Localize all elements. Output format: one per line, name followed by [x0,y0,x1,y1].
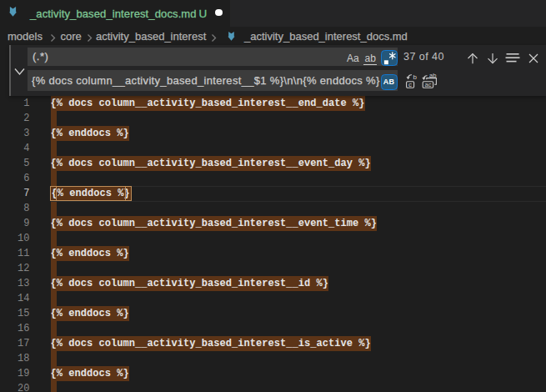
svg-text:ab: ab [429,73,436,79]
svg-text:c: c [408,81,412,88]
svg-text:ac: ac [425,81,432,88]
svg-text:b: b [413,73,418,81]
